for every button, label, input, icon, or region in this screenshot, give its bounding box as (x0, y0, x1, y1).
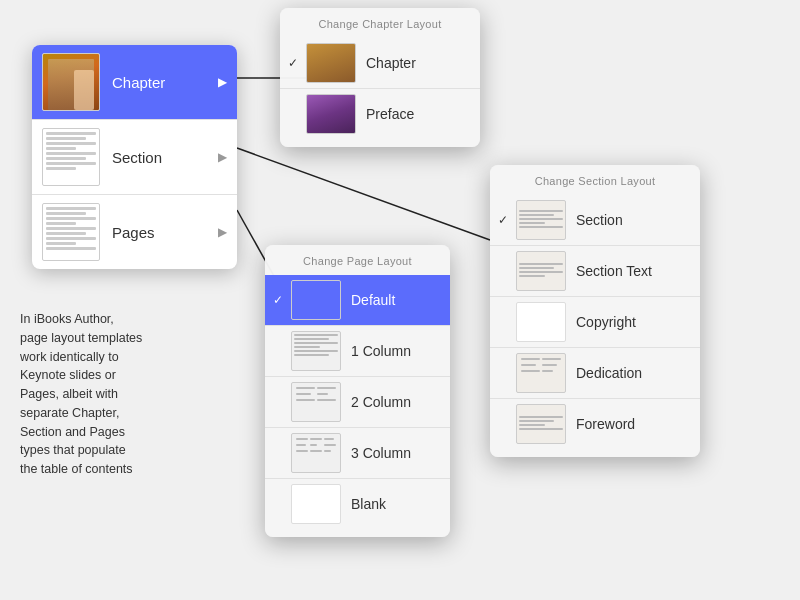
preface-checkmark (288, 107, 302, 121)
section-label: Section (112, 149, 218, 166)
popup-thumb-section-text (516, 251, 566, 291)
popup-thumb-blank (291, 484, 341, 524)
popup-thumb-section (516, 200, 566, 240)
section-thumbnail (42, 128, 100, 186)
default-check: ✓ (273, 293, 287, 307)
popup-thumb-preface (306, 94, 356, 134)
popup-thumb-3column (291, 433, 341, 473)
popup-blank-label: Blank (351, 496, 386, 512)
popup-copyright-label: Copyright (576, 314, 636, 330)
popup-item-section-text[interactable]: Section Text (490, 246, 700, 297)
main-layout-menu: Chapter ▶ Section ▶ (32, 45, 237, 269)
popup-item-2column[interactable]: 2 Column (265, 377, 450, 428)
description-content: In iBooks Author,page layout templateswo… (20, 312, 142, 476)
popup-item-default[interactable]: ✓ Default (265, 275, 450, 326)
popup-foreword-label: Foreword (576, 416, 635, 432)
popup-preface-label: Preface (366, 106, 414, 122)
section-arrow-icon: ▶ (218, 150, 227, 164)
chapter-label: Chapter (112, 74, 218, 91)
popup-chapter-label: Chapter (366, 55, 416, 71)
blank-check (273, 497, 287, 511)
popup-default-label: Default (351, 292, 395, 308)
chapter-popup-title: Change Chapter Layout (280, 16, 480, 38)
1column-check (273, 344, 287, 358)
popup-item-copyright[interactable]: Copyright (490, 297, 700, 348)
popup-section-label: Section (576, 212, 623, 228)
popup-item-blank[interactable]: Blank (265, 479, 450, 529)
pages-thumbnail (42, 203, 100, 261)
pages-popup-title: Change Page Layout (265, 253, 450, 275)
popup-section-text-label: Section Text (576, 263, 652, 279)
popup-thumb-chapter (306, 43, 356, 83)
popup-item-3column[interactable]: 3 Column (265, 428, 450, 479)
popup-thumb-default (291, 280, 341, 320)
popup-item-foreword[interactable]: Foreword (490, 399, 700, 449)
popup-thumb-foreword (516, 404, 566, 444)
popup-thumb-1column (291, 331, 341, 371)
pages-popup-menu: Change Page Layout ✓ Default 1 Column (265, 245, 450, 537)
popup-item-dedication[interactable]: Dedication (490, 348, 700, 399)
popup-item-preface[interactable]: Preface (280, 89, 480, 139)
popup-thumb-2column (291, 382, 341, 422)
chapter-arrow-icon: ▶ (218, 75, 227, 89)
chapter-checkmark: ✓ (288, 56, 302, 70)
popup-3column-label: 3 Column (351, 445, 411, 461)
popup-item-chapter[interactable]: ✓ Chapter (280, 38, 480, 89)
2column-check (273, 395, 287, 409)
popup-1column-label: 1 Column (351, 343, 411, 359)
svg-line-1 (237, 148, 490, 240)
pages-label: Pages (112, 224, 218, 241)
description-text: In iBooks Author,page layout templateswo… (20, 310, 195, 479)
menu-item-chapter[interactable]: Chapter ▶ (32, 45, 237, 120)
popup-item-1column[interactable]: 1 Column (265, 326, 450, 377)
section-text-check (498, 264, 512, 278)
popup-thumb-dedication (516, 353, 566, 393)
foreword-check (498, 417, 512, 431)
3column-check (273, 446, 287, 460)
menu-item-section[interactable]: Section ▶ (32, 120, 237, 195)
popup-item-section[interactable]: ✓ Section (490, 195, 700, 246)
dedication-check (498, 366, 512, 380)
section-check: ✓ (498, 213, 512, 227)
popup-thumb-copyright (516, 302, 566, 342)
chapter-thumbnail (42, 53, 100, 111)
chapter-popup-menu: Change Chapter Layout ✓ Chapter Preface (280, 8, 480, 147)
pages-arrow-icon: ▶ (218, 225, 227, 239)
section-popup-title: Change Section Layout (490, 173, 700, 195)
copyright-check (498, 315, 512, 329)
section-popup-menu: Change Section Layout ✓ Section Section … (490, 165, 700, 457)
menu-item-pages[interactable]: Pages ▶ (32, 195, 237, 269)
popup-2column-label: 2 Column (351, 394, 411, 410)
popup-dedication-label: Dedication (576, 365, 642, 381)
